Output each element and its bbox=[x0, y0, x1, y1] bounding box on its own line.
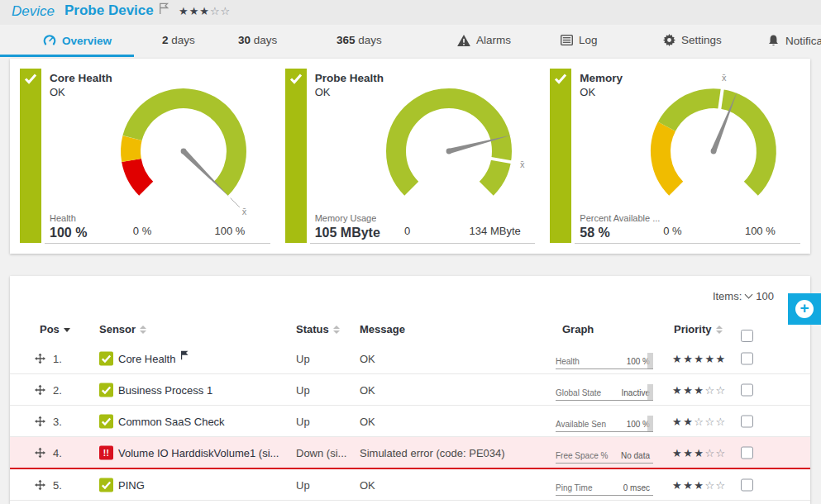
gauge-min-label: 0 % bbox=[646, 225, 699, 237]
stars-empty: ☆☆ bbox=[704, 383, 726, 396]
drag-handle-icon[interactable] bbox=[35, 416, 45, 426]
position-number: 5. bbox=[53, 478, 62, 491]
column-label: Pos bbox=[40, 323, 60, 335]
sensor-row[interactable]: 1.Core HealthUpOKHealth100 %★★★★★ bbox=[10, 343, 810, 374]
mini-graph[interactable]: Free Space %No data bbox=[556, 442, 653, 464]
priority-rating[interactable]: ★★★☆☆ bbox=[179, 5, 231, 17]
sensor-name: Volume IO HarddiskVolume1 (si... bbox=[118, 445, 279, 459]
column-label: Message bbox=[360, 323, 405, 335]
flag-outline-icon[interactable] bbox=[159, 2, 169, 18]
sensor-row[interactable]: 5.PINGUpOKPing Time0 msec★★★☆☆ bbox=[10, 469, 810, 501]
column-label: Sensor bbox=[99, 323, 136, 335]
tab-notifications[interactable]: Notifications bbox=[767, 34, 821, 47]
tab-label: Alarms bbox=[476, 34, 511, 46]
tab-alarms[interactable]: Alarms bbox=[457, 34, 511, 46]
select-all-checkbox[interactable] bbox=[741, 330, 753, 342]
gauge-max-label: 100 % bbox=[725, 225, 795, 237]
sensor-error-icon: !! bbox=[99, 445, 113, 459]
graph-channel-label: Free Space % bbox=[556, 451, 608, 460]
stars-empty: ☆☆ bbox=[704, 478, 726, 491]
tab-label: days bbox=[171, 34, 195, 46]
gauge-min-label: 0 % bbox=[116, 225, 169, 237]
gauge-tile-memory[interactable]: Memory OK x̄ Percent Available ... 58 % … bbox=[550, 69, 802, 244]
sensor-name: PING bbox=[118, 478, 145, 492]
page-title[interactable]: Probe Device bbox=[64, 2, 154, 19]
gauge-status: OK bbox=[50, 86, 65, 98]
plus-icon: + bbox=[795, 300, 814, 318]
add-object-button[interactable]: + bbox=[788, 293, 821, 325]
items-count-control[interactable]: Items: 100 bbox=[713, 290, 774, 302]
tab-number: 30 bbox=[238, 34, 251, 46]
stars-filled: ★★ bbox=[672, 415, 694, 427]
graph-channel-label: Available Sen bbox=[556, 420, 606, 429]
column-header-status[interactable]: Status bbox=[296, 323, 340, 335]
column-header-priority[interactable]: Priority bbox=[674, 323, 723, 335]
graph-channel-label: Ping Time bbox=[556, 483, 592, 492]
gauge-tile-probe-health[interactable]: Probe Health OK x̄ Memory Usage 105 MByt… bbox=[285, 69, 537, 244]
stars-filled: ★★★★★ bbox=[672, 352, 727, 364]
message-value: OK bbox=[360, 478, 375, 491]
row-checkbox[interactable] bbox=[741, 415, 753, 427]
sensor-name-cell[interactable]: !!Volume IO HarddiskVolume1 (si... bbox=[99, 445, 279, 459]
tab-settings[interactable]: Settings bbox=[663, 34, 722, 46]
message-value: OK bbox=[360, 352, 375, 364]
drag-handle-icon[interactable] bbox=[35, 384, 45, 395]
position-number: 1. bbox=[53, 352, 62, 364]
mini-graph[interactable]: Available Sen100 % bbox=[556, 411, 653, 432]
column-header-pos[interactable]: Pos bbox=[40, 323, 70, 335]
graph-channel-label: Health bbox=[556, 357, 580, 366]
sort-icon bbox=[333, 326, 340, 334]
tab-label: days bbox=[254, 34, 278, 46]
graph-channel-value: Inactive bbox=[622, 388, 650, 397]
gauge-metric-value: 100 % bbox=[50, 226, 87, 240]
tab-log[interactable]: Log bbox=[561, 34, 598, 46]
sensor-row[interactable]: 3.Common SaaS CheckUpOKAvailable Sen100 … bbox=[10, 406, 810, 437]
mini-graph[interactable]: Health100 % bbox=[556, 348, 653, 369]
column-header-message: Message bbox=[360, 323, 405, 335]
row-checkbox[interactable] bbox=[741, 352, 753, 364]
gauge-metric-label: Health bbox=[50, 213, 76, 223]
status-value: Up bbox=[296, 478, 310, 491]
sensor-name-cell[interactable]: PING bbox=[99, 478, 145, 492]
tab-365-days[interactable]: 365 days bbox=[337, 34, 382, 46]
priority-stars[interactable]: ★★★☆☆ bbox=[672, 446, 727, 459]
tab-overview[interactable]: Overview bbox=[43, 34, 112, 47]
active-tab-underline bbox=[0, 55, 134, 57]
position-number: 4. bbox=[53, 446, 62, 459]
sensor-name-cell[interactable]: Common SaaS Check bbox=[99, 414, 225, 428]
gauge-icon bbox=[43, 34, 56, 47]
gauge-dial: x̄ bbox=[98, 74, 273, 216]
sensor-row[interactable]: 4.!!Volume IO HarddiskVolume1 (si...Down… bbox=[10, 437, 810, 469]
tab-2-days[interactable]: 2 days bbox=[162, 34, 195, 46]
priority-stars[interactable]: ★★★☆☆ bbox=[672, 383, 727, 396]
sensor-name-cell[interactable]: Core Health bbox=[99, 351, 189, 365]
priority-stars[interactable]: ★★★★★ bbox=[672, 352, 727, 364]
svg-text:x̄: x̄ bbox=[520, 159, 525, 169]
tab-30-days[interactable]: 30 days bbox=[238, 34, 277, 46]
gauge-tile-core-health[interactable]: Core Health OK x̄ Health 100 % 0 % 100 % bbox=[20, 69, 272, 244]
priority-stars[interactable]: ★★★☆☆ bbox=[672, 478, 727, 491]
drag-handle-icon[interactable] bbox=[35, 479, 45, 490]
gauge-dial: x̄ bbox=[363, 74, 538, 216]
priority-stars[interactable]: ★★☆☆☆ bbox=[672, 415, 727, 427]
tab-label: Overview bbox=[62, 35, 112, 47]
row-checkbox[interactable] bbox=[741, 446, 753, 459]
message-value: Simulated error (code: PE034) bbox=[360, 446, 505, 459]
tab-label: Notifications bbox=[785, 35, 821, 47]
sort-desc-icon bbox=[64, 328, 70, 332]
sensor-name-cell[interactable]: Business Process 1 bbox=[99, 383, 212, 397]
row-checkbox[interactable] bbox=[741, 383, 753, 396]
row-checkbox[interactable] bbox=[741, 478, 753, 491]
drag-handle-icon[interactable] bbox=[35, 353, 45, 364]
page-title-bar: Device Probe Device ★★★☆☆ bbox=[0, 0, 821, 25]
sensor-row[interactable]: 2.Business Process 1UpOKGlobal StateInac… bbox=[10, 374, 810, 406]
mini-graph[interactable]: Global StateInactive bbox=[556, 379, 653, 401]
mini-graph[interactable]: Ping Time0 msec bbox=[556, 474, 653, 496]
gauge-max-label: 100 % bbox=[195, 225, 265, 237]
drag-handle-icon[interactable] bbox=[35, 447, 45, 458]
column-header-sensor[interactable]: Sensor bbox=[99, 323, 146, 335]
status-value: Up bbox=[296, 415, 310, 427]
gauge-title: Memory bbox=[580, 72, 623, 84]
sensor-ok-icon bbox=[99, 478, 113, 492]
sensor-rows: 1.Core HealthUpOKHealth100 %★★★★★2.Busin… bbox=[10, 343, 810, 501]
